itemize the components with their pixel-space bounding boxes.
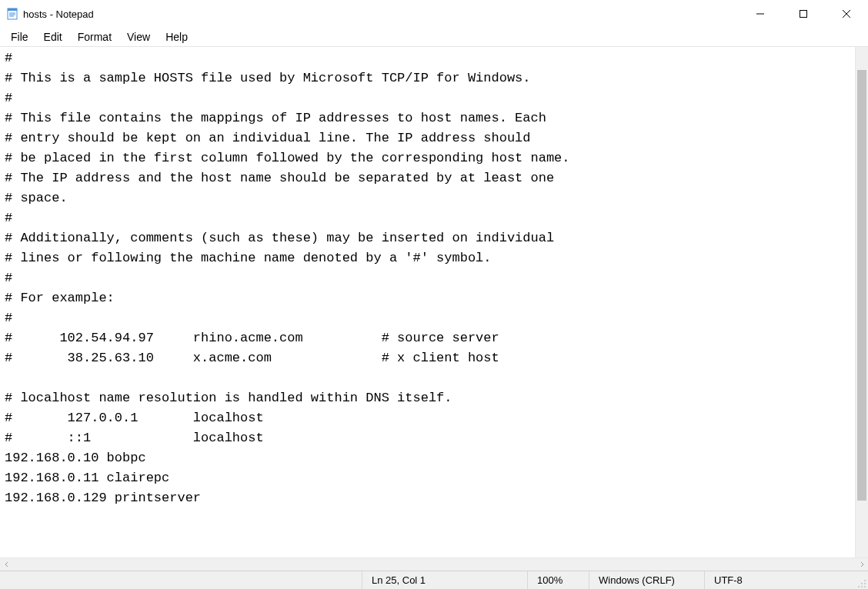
svg-rect-6 [800,11,807,18]
menu-file[interactable]: File [3,29,36,45]
svg-point-11 [864,583,866,584]
resize-grip[interactable] [854,571,868,590]
vertical-scroll-thumb[interactable] [857,70,866,501]
menu-view[interactable]: View [119,29,158,45]
window-controls [739,0,868,28]
close-button[interactable] [825,0,868,28]
svg-point-10 [861,583,863,584]
statusbar: Ln 25, Col 1 100% Windows (CRLF) UTF-8 [0,571,868,589]
vertical-scrollbar[interactable] [855,47,868,557]
status-encoding: UTF-8 [704,571,854,589]
svg-point-12 [858,586,860,587]
svg-rect-1 [8,8,17,11]
status-line-ending: Windows (CRLF) [589,571,704,589]
svg-point-14 [864,586,866,587]
horizontal-scrollbar[interactable] [0,557,868,571]
status-zoom: 100% [527,571,589,589]
minimize-button[interactable] [739,0,782,28]
menu-format[interactable]: Format [70,29,119,45]
menubar: File Edit Format View Help [0,28,868,46]
scroll-right-arrow-icon[interactable] [855,558,868,571]
svg-point-13 [861,586,863,587]
scroll-left-arrow-icon[interactable] [0,558,13,571]
status-empty [0,571,362,589]
titlebar[interactable]: hosts - Notepad [0,0,868,28]
maximize-button[interactable] [782,0,825,28]
notepad-icon [6,8,18,20]
status-cursor-position: Ln 25, Col 1 [362,571,527,589]
menu-edit[interactable]: Edit [36,29,70,45]
svg-point-9 [864,580,866,581]
text-editor[interactable]: # # This is a sample HOSTS file used by … [0,47,855,557]
window-title: hosts - Notepad [23,8,94,20]
editor-container: # # This is a sample HOSTS file used by … [0,46,868,571]
menu-help[interactable]: Help [158,29,195,45]
